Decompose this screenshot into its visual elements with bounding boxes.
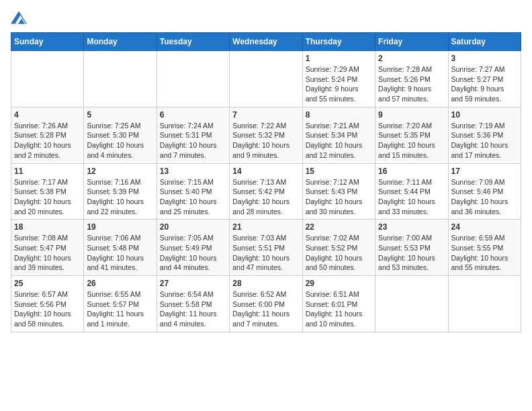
table-cell — [157, 51, 229, 107]
table-cell — [375, 276, 448, 332]
day-number: 8 — [306, 110, 372, 120]
table-cell: 19Sunrise: 7:06 AM Sunset: 5:48 PM Dayli… — [84, 220, 157, 276]
day-info: Sunrise: 7:19 AM Sunset: 5:36 PM Dayligh… — [451, 121, 518, 161]
day-number: 14 — [232, 167, 299, 176]
day-info: Sunrise: 7:05 AM Sunset: 5:49 PM Dayligh… — [160, 233, 226, 273]
day-info: Sunrise: 7:12 AM Sunset: 5:43 PM Dayligh… — [306, 177, 372, 217]
logo — [11, 11, 30, 24]
table-cell: 9Sunrise: 7:20 AM Sunset: 5:35 PM Daylig… — [375, 107, 448, 163]
day-info: Sunrise: 7:22 AM Sunset: 5:32 PM Dayligh… — [232, 121, 299, 161]
calendar-table: SundayMondayTuesdayWednesdayThursdayFrid… — [11, 32, 521, 332]
table-cell: 4Sunrise: 7:26 AM Sunset: 5:28 PM Daylig… — [11, 107, 84, 163]
day-info: Sunrise: 7:17 AM Sunset: 5:38 PM Dayligh… — [14, 177, 81, 217]
table-cell — [84, 51, 157, 107]
day-info: Sunrise: 7:02 AM Sunset: 5:52 PM Dayligh… — [306, 233, 372, 273]
table-cell: 23Sunrise: 7:00 AM Sunset: 5:53 PM Dayli… — [375, 220, 448, 276]
table-cell: 20Sunrise: 7:05 AM Sunset: 5:49 PM Dayli… — [157, 220, 229, 276]
day-number: 4 — [14, 110, 81, 120]
day-info: Sunrise: 7:29 AM Sunset: 5:24 PM Dayligh… — [306, 64, 372, 104]
table-cell: 1Sunrise: 7:29 AM Sunset: 5:24 PM Daylig… — [302, 51, 375, 107]
header — [11, 11, 521, 24]
day-info: Sunrise: 7:13 AM Sunset: 5:42 PM Dayligh… — [232, 177, 299, 217]
header-monday: Monday — [84, 33, 157, 51]
table-cell: 25Sunrise: 6:57 AM Sunset: 5:56 PM Dayli… — [11, 276, 84, 332]
header-friday: Friday — [375, 33, 448, 51]
day-info: Sunrise: 7:06 AM Sunset: 5:48 PM Dayligh… — [87, 233, 153, 273]
header-wednesday: Wednesday — [230, 33, 302, 51]
table-cell — [230, 51, 302, 107]
day-info: Sunrise: 6:55 AM Sunset: 5:57 PM Dayligh… — [87, 289, 153, 329]
day-number: 22 — [306, 222, 372, 232]
table-cell: 3Sunrise: 7:27 AM Sunset: 5:27 PM Daylig… — [448, 51, 521, 107]
day-number: 25 — [14, 279, 81, 288]
week-row-1: 1Sunrise: 7:29 AM Sunset: 5:24 PM Daylig… — [11, 51, 521, 107]
day-info: Sunrise: 7:15 AM Sunset: 5:40 PM Dayligh… — [160, 177, 226, 217]
day-number: 19 — [87, 222, 153, 232]
table-cell: 6Sunrise: 7:24 AM Sunset: 5:31 PM Daylig… — [157, 107, 229, 163]
day-info: Sunrise: 7:28 AM Sunset: 5:26 PM Dayligh… — [378, 64, 445, 104]
day-number: 2 — [378, 54, 445, 63]
day-number: 1 — [306, 54, 372, 63]
day-info: Sunrise: 7:16 AM Sunset: 5:39 PM Dayligh… — [87, 177, 153, 217]
day-number: 5 — [87, 110, 153, 120]
day-info: Sunrise: 6:51 AM Sunset: 6:01 PM Dayligh… — [306, 289, 372, 329]
day-number: 15 — [306, 167, 372, 176]
logo-icon — [11, 11, 27, 24]
table-cell: 5Sunrise: 7:25 AM Sunset: 5:30 PM Daylig… — [84, 107, 157, 163]
day-info: Sunrise: 6:54 AM Sunset: 5:58 PM Dayligh… — [160, 289, 226, 329]
table-cell: 7Sunrise: 7:22 AM Sunset: 5:32 PM Daylig… — [230, 107, 302, 163]
table-cell: 15Sunrise: 7:12 AM Sunset: 5:43 PM Dayli… — [302, 163, 375, 220]
header-thursday: Thursday — [302, 33, 375, 51]
day-info: Sunrise: 6:52 AM Sunset: 6:00 PM Dayligh… — [232, 289, 299, 329]
table-cell: 22Sunrise: 7:02 AM Sunset: 5:52 PM Dayli… — [302, 220, 375, 276]
day-info: Sunrise: 7:20 AM Sunset: 5:35 PM Dayligh… — [378, 121, 445, 161]
week-row-5: 25Sunrise: 6:57 AM Sunset: 5:56 PM Dayli… — [11, 276, 521, 332]
day-number: 13 — [160, 167, 226, 176]
day-info: Sunrise: 7:00 AM Sunset: 5:53 PM Dayligh… — [378, 233, 445, 273]
day-number: 29 — [306, 279, 372, 288]
day-info: Sunrise: 7:11 AM Sunset: 5:44 PM Dayligh… — [378, 177, 445, 217]
day-info: Sunrise: 7:25 AM Sunset: 5:30 PM Dayligh… — [87, 121, 153, 161]
day-number: 17 — [451, 167, 518, 176]
table-cell: 24Sunrise: 6:59 AM Sunset: 5:55 PM Dayli… — [448, 220, 521, 276]
table-cell: 10Sunrise: 7:19 AM Sunset: 5:36 PM Dayli… — [448, 107, 521, 163]
week-row-3: 11Sunrise: 7:17 AM Sunset: 5:38 PM Dayli… — [11, 163, 521, 220]
week-row-4: 18Sunrise: 7:08 AM Sunset: 5:47 PM Dayli… — [11, 220, 521, 276]
day-number: 24 — [451, 222, 518, 232]
day-number: 11 — [14, 167, 81, 176]
table-cell: 28Sunrise: 6:52 AM Sunset: 6:00 PM Dayli… — [230, 276, 302, 332]
day-info: Sunrise: 7:03 AM Sunset: 5:51 PM Dayligh… — [232, 233, 299, 273]
week-row-2: 4Sunrise: 7:26 AM Sunset: 5:28 PM Daylig… — [11, 107, 521, 163]
day-number: 3 — [451, 54, 518, 63]
day-number: 21 — [232, 222, 299, 232]
header-sunday: Sunday — [11, 33, 84, 51]
day-number: 27 — [160, 279, 226, 288]
header-saturday: Saturday — [448, 33, 521, 51]
table-cell: 27Sunrise: 6:54 AM Sunset: 5:58 PM Dayli… — [157, 276, 229, 332]
day-info: Sunrise: 7:27 AM Sunset: 5:27 PM Dayligh… — [451, 64, 518, 104]
day-number: 12 — [87, 167, 153, 176]
day-number: 9 — [378, 110, 445, 120]
table-cell: 26Sunrise: 6:55 AM Sunset: 5:57 PM Dayli… — [84, 276, 157, 332]
day-number: 10 — [451, 110, 518, 120]
table-cell — [448, 276, 521, 332]
table-cell: 16Sunrise: 7:11 AM Sunset: 5:44 PM Dayli… — [375, 163, 448, 220]
header-row: SundayMondayTuesdayWednesdayThursdayFrid… — [11, 33, 521, 51]
day-number: 23 — [378, 222, 445, 232]
day-info: Sunrise: 7:09 AM Sunset: 5:46 PM Dayligh… — [451, 177, 518, 217]
table-cell: 8Sunrise: 7:21 AM Sunset: 5:34 PM Daylig… — [302, 107, 375, 163]
table-cell: 14Sunrise: 7:13 AM Sunset: 5:42 PM Dayli… — [230, 163, 302, 220]
header-tuesday: Tuesday — [157, 33, 229, 51]
day-info: Sunrise: 6:59 AM Sunset: 5:55 PM Dayligh… — [451, 233, 518, 273]
table-cell: 12Sunrise: 7:16 AM Sunset: 5:39 PM Dayli… — [84, 163, 157, 220]
day-number: 20 — [160, 222, 226, 232]
table-cell: 17Sunrise: 7:09 AM Sunset: 5:46 PM Dayli… — [448, 163, 521, 220]
day-number: 7 — [232, 110, 299, 120]
day-info: Sunrise: 7:24 AM Sunset: 5:31 PM Dayligh… — [160, 121, 226, 161]
day-info: Sunrise: 7:26 AM Sunset: 5:28 PM Dayligh… — [14, 121, 81, 161]
day-info: Sunrise: 7:08 AM Sunset: 5:47 PM Dayligh… — [14, 233, 81, 273]
day-number: 6 — [160, 110, 226, 120]
table-cell: 18Sunrise: 7:08 AM Sunset: 5:47 PM Dayli… — [11, 220, 84, 276]
day-number: 16 — [378, 167, 445, 176]
day-info: Sunrise: 6:57 AM Sunset: 5:56 PM Dayligh… — [14, 289, 81, 329]
